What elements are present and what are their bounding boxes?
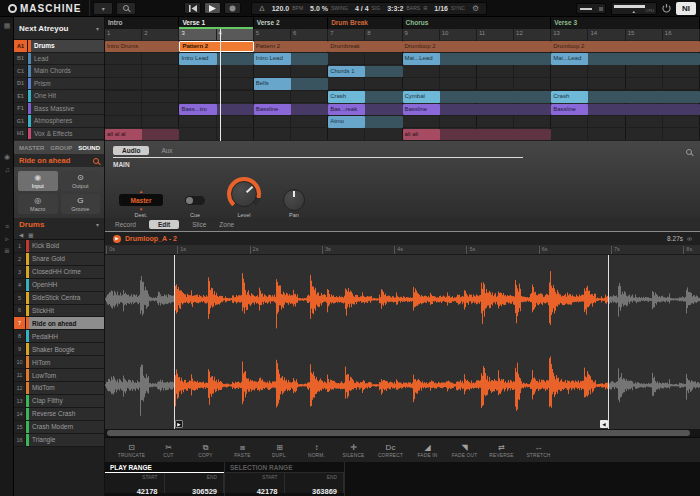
tab-aux[interactable]: Aux (161, 147, 172, 154)
sample-start-marker[interactable]: ▶ (174, 255, 175, 429)
pad-row[interactable]: 5 SideStick Centra (14, 292, 104, 305)
pattern-clip-active-part[interactable]: Bassline (551, 104, 588, 116)
restart-button[interactable] (184, 2, 201, 14)
clip-area[interactable]: Intro DrumsPattern 2Pattern 2DrumbreakDr… (105, 40, 700, 141)
input-button[interactable]: ◉Input (18, 171, 58, 191)
bar-number-cell[interactable]: 9 (403, 29, 440, 40)
level-knob[interactable] (231, 181, 257, 207)
pattern-clip[interactable]: all al al (105, 129, 179, 141)
pan-knob[interactable] (283, 189, 305, 211)
tab-record[interactable]: Record (115, 221, 136, 228)
pattern-clip[interactable]: Intro Drums (105, 41, 179, 53)
start-marker-flag[interactable]: ▶ (175, 420, 183, 428)
tab-audio[interactable]: Audio (113, 146, 149, 155)
pattern-clip[interactable]: Chords 1 (328, 66, 402, 78)
pattern-clip-active-part[interactable]: Atmo (328, 116, 365, 128)
group-row[interactable]: C1 Main Chords (14, 65, 104, 78)
pattern-clip-active-part[interactable]: Intro Lead (254, 53, 291, 65)
plugin-view-icon[interactable]: ♫ (0, 166, 14, 173)
menu-icon[interactable]: ≣ (0, 247, 14, 255)
toolbar-button[interactable]: ⊡ TRUNCATE (113, 443, 150, 458)
sig-value[interactable]: 4 / 4 (355, 5, 369, 12)
pattern-clip[interactable]: Cymbal (403, 91, 552, 103)
pattern-clip[interactable]: Mai...Lead (551, 53, 700, 65)
sound-name-row[interactable]: Ride on ahead (14, 154, 104, 167)
pattern-clip-active-part[interactable]: Chords 1 (328, 66, 365, 78)
pattern-clip[interactable]: Intro Lead (179, 53, 253, 65)
pad-row[interactable]: 7 Ride on ahead (14, 317, 104, 330)
volume-handle[interactable] (580, 8, 592, 10)
toolbar-button[interactable]: ⇄ REVERSE (483, 443, 520, 458)
start-value[interactable]: 42178 (257, 487, 278, 496)
pattern-clip-active-part[interactable]: Bas...reak (328, 104, 365, 116)
groove-button[interactable]: GGroove (61, 194, 101, 214)
pattern-clip-active-part[interactable]: Bells (254, 78, 291, 90)
project-header[interactable]: Next Atreyou ▾ (14, 17, 104, 40)
section-header[interactable]: Intro (105, 17, 179, 29)
end-marker-flag[interactable]: ◀ (600, 420, 608, 428)
pattern-clip-active-part[interactable]: Mai...Lead (551, 53, 588, 65)
tab-sound[interactable]: SOUND (78, 145, 100, 151)
pattern-clip-active-part[interactable]: Intro Lead (179, 53, 216, 65)
pattern-clip[interactable]: Bells (254, 78, 328, 90)
pattern-clip[interactable]: Bas...reak (328, 104, 402, 116)
group-badge[interactable]: E1 (14, 90, 28, 102)
pad-row[interactable]: 9 Shaker Boogle (14, 343, 104, 356)
browser-list-icon[interactable]: ≡ (0, 223, 14, 230)
group-badge[interactable]: D1 (14, 78, 28, 90)
tab-master[interactable]: MASTER (19, 145, 44, 151)
pattern-clip-active-part[interactable]: Crash (328, 91, 365, 103)
play-range-end[interactable]: END 306529 (165, 473, 225, 493)
pattern-clip[interactable]: Crash (551, 91, 700, 103)
group-row[interactable]: A1 Drums (14, 40, 104, 53)
toolbar-button[interactable]: Dc CORRECT (372, 443, 409, 458)
group-row[interactable]: G1 Atmospheres (14, 115, 104, 128)
pattern-clip-active-part[interactable]: all al al (105, 129, 142, 141)
chevron-down-icon[interactable]: ▾ (96, 221, 99, 228)
tab-group[interactable]: GROUP (50, 145, 72, 151)
toolbar-button[interactable]: ✛ SILENCE (335, 443, 372, 458)
pattern-clip-active-part[interactable]: Bassline (403, 104, 440, 116)
pattern-clip-active-part[interactable]: Crash (551, 91, 588, 103)
pad-row[interactable]: 15 Crash Modern (14, 421, 104, 434)
pad-row[interactable]: 12 MidTom (14, 382, 104, 395)
pattern-clip[interactable]: Bassline (551, 104, 700, 116)
group-badge[interactable]: B1 (14, 53, 28, 65)
mixer-view-icon[interactable]: ◉ (0, 153, 14, 161)
tab-edit[interactable]: Edit (149, 220, 179, 229)
bar-number-cell[interactable]: 7 (328, 29, 365, 40)
back-icon[interactable]: ◀ (19, 232, 23, 238)
bar-number-cell[interactable]: 10 (440, 29, 477, 40)
section-header[interactable]: Chorus (403, 17, 552, 29)
search-icon[interactable] (686, 149, 692, 155)
chevron-down-icon[interactable]: ▾ (96, 25, 99, 32)
header-search-button[interactable] (116, 2, 136, 15)
toolbar-button[interactable]: ↕ NORM. (298, 443, 335, 458)
output-button[interactable]: ⊙Output (61, 171, 101, 191)
group-badge[interactable]: A1 (14, 40, 28, 52)
play-range-box[interactable]: PLAY RANGE START 42178 END 306529 (105, 462, 225, 496)
toolbar-button[interactable]: ⧈ PASTE (224, 443, 261, 458)
bar-number-cell[interactable]: 2 (142, 29, 179, 40)
bar-number-cell[interactable]: 14 (588, 29, 625, 40)
header-dropdown-button[interactable]: ▾ (93, 2, 113, 15)
grid-icon[interactable]: ▦ (28, 232, 33, 238)
pad-row[interactable]: 4 OpenHH (14, 279, 104, 292)
gear-icon[interactable]: ⚙ (472, 4, 479, 13)
pad-row[interactable]: 3 ClosedHH Crime (14, 266, 104, 279)
time-ruler[interactable]: 0s 1s 2s 3s 4s 5s 6s 7s 8s (105, 245, 700, 255)
toolbar-button[interactable]: ⊞ DUPL. (261, 443, 298, 458)
group-row[interactable]: F1 Bass Massive (14, 103, 104, 116)
toolbar-button[interactable]: ✂ CUT (150, 443, 187, 458)
waveform-canvas[interactable] (105, 255, 700, 429)
bar-number-cell[interactable]: 8 (365, 29, 402, 40)
pattern-clip-active-part[interactable]: Mai...Lead (403, 53, 440, 65)
pad-row[interactable]: 11 LowTom (14, 369, 104, 382)
tab-zone[interactable]: Zone (219, 221, 234, 228)
pattern-clip[interactable]: Pattern 2 (254, 41, 328, 53)
pad-row[interactable]: 16 Triangle (14, 434, 104, 447)
group-badge[interactable]: C1 (14, 65, 28, 77)
play-range-start[interactable]: START 42178 (105, 473, 165, 493)
playhead-line[interactable] (220, 29, 221, 141)
bar-number-cell[interactable]: 12 (514, 29, 551, 40)
